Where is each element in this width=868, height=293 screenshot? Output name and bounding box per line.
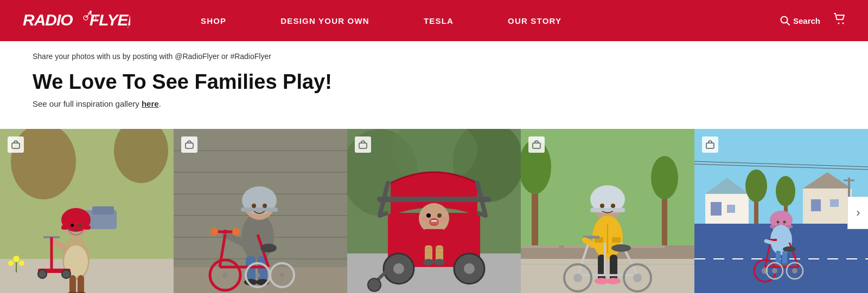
gallery-bag-icon-2[interactable]: [181, 136, 197, 153]
svg-line-89: [477, 213, 486, 216]
sub-text: See our full inspiration gallery here.: [33, 99, 835, 108]
svg-point-34: [62, 270, 71, 278]
nav-link-shop[interactable]: SHOP: [174, 16, 253, 25]
svg-point-174: [777, 221, 780, 224]
svg-line-11: [787, 22, 789, 25]
share-text: Share your photos with us by posting wit…: [33, 52, 835, 61]
svg-point-41: [19, 261, 24, 266]
inspiration-gallery-link[interactable]: here: [142, 99, 159, 108]
svg-point-58: [252, 204, 256, 208]
svg-point-77: [232, 228, 240, 236]
svg-rect-151: [533, 143, 540, 148]
gallery-item-1: [0, 129, 174, 293]
gallery-item-2: [174, 129, 347, 293]
content-area: Share your photos with us by posting wit…: [0, 41, 868, 129]
svg-point-147: [573, 274, 582, 282]
svg-point-59: [263, 204, 267, 208]
svg-rect-193: [706, 143, 714, 148]
nav-link-tesla[interactable]: TESLA: [397, 16, 481, 25]
search-icon: [780, 16, 790, 25]
svg-rect-43: [12, 143, 20, 148]
nav-link-our-story[interactable]: OUR STORY: [481, 16, 589, 25]
svg-point-149: [633, 274, 642, 282]
svg-rect-35: [69, 275, 76, 293]
svg-rect-79: [186, 143, 193, 148]
svg-point-112: [423, 259, 434, 265]
svg-rect-92: [422, 229, 446, 248]
gallery-bag-icon-5[interactable]: [702, 136, 718, 153]
main-nav: RADIO FLYER . SHOP DESIGN YOUR OWN TESLA…: [0, 0, 868, 41]
svg-rect-26: [61, 225, 91, 230]
svg-point-27: [71, 224, 74, 227]
gallery-bag-icon-3[interactable]: [355, 136, 371, 153]
svg-line-87: [380, 213, 388, 216]
svg-rect-134: [612, 237, 621, 243]
svg-point-175: [783, 221, 786, 224]
svg-point-76: [210, 228, 218, 236]
nav-links: SHOP DESIGN YOUR OWN TESLA OUR STORY: [174, 16, 780, 25]
nav-right: Search: [780, 12, 846, 29]
svg-point-130: [611, 204, 615, 208]
svg-rect-157: [803, 188, 852, 226]
svg-point-98: [421, 216, 429, 222]
svg-point-39: [13, 256, 20, 262]
svg-point-71: [222, 272, 228, 278]
sub-text-before: See our full inspiration gallery: [33, 99, 142, 108]
cart-icon: [833, 12, 846, 25]
photo-gallery: ›: [0, 129, 868, 293]
svg-point-40: [8, 261, 14, 266]
svg-point-145: [611, 244, 631, 252]
svg-rect-21: [92, 206, 114, 214]
svg-point-103: [464, 263, 475, 274]
search-button[interactable]: Search: [780, 16, 820, 25]
gallery-next-button[interactable]: ›: [847, 197, 868, 229]
svg-point-69: [223, 230, 227, 234]
svg-point-113: [434, 259, 445, 265]
svg-rect-36: [78, 275, 84, 293]
svg-point-164: [776, 176, 795, 206]
cart-button[interactable]: [833, 12, 846, 29]
svg-point-138: [607, 278, 621, 284]
svg-point-129: [600, 204, 604, 208]
gallery-item-3: [347, 129, 521, 293]
svg-point-190: [772, 268, 777, 274]
svg-point-12: [838, 23, 840, 24]
svg-rect-156: [727, 205, 735, 213]
svg-point-191: [783, 246, 796, 252]
svg-rect-160: [830, 199, 839, 207]
svg-point-144: [590, 236, 593, 239]
svg-rect-159: [811, 199, 821, 211]
svg-point-101: [393, 263, 404, 274]
svg-rect-128: [590, 208, 625, 212]
gallery-bag-icon-1[interactable]: [8, 136, 24, 153]
logo[interactable]: RADIO FLYER .: [22, 6, 130, 35]
gallery-item-5: [694, 129, 868, 293]
svg-rect-155: [711, 202, 722, 216]
svg-point-96: [430, 219, 438, 225]
gallery-item-4: [521, 129, 694, 293]
svg-rect-136: [610, 255, 617, 282]
svg-point-28: [78, 224, 81, 227]
svg-text:.: .: [127, 21, 129, 29]
svg-rect-114: [359, 143, 367, 148]
svg-point-188: [792, 268, 797, 274]
svg-point-78: [260, 244, 277, 252]
gallery-bag-icon-4[interactable]: [528, 136, 545, 153]
nav-link-design-your-own[interactable]: DESIGN YOUR OWN: [253, 16, 397, 25]
svg-point-33: [38, 270, 47, 278]
svg-point-105: [368, 278, 381, 291]
svg-point-13: [843, 23, 844, 24]
search-label: Search: [793, 16, 820, 25]
svg-point-73: [280, 273, 284, 277]
svg-line-192: [766, 241, 772, 243]
svg-text:RADIO: RADIO: [23, 11, 73, 29]
svg-point-120: [651, 156, 678, 199]
svg-rect-122: [521, 245, 559, 248]
sub-text-after: .: [159, 99, 161, 108]
main-heading: We Love To See Families Play!: [33, 70, 835, 94]
svg-point-99: [439, 216, 447, 222]
svg-point-75: [256, 273, 260, 277]
svg-rect-57: [241, 207, 278, 212]
svg-text:FLYER: FLYER: [90, 11, 130, 29]
svg-point-162: [745, 170, 767, 202]
